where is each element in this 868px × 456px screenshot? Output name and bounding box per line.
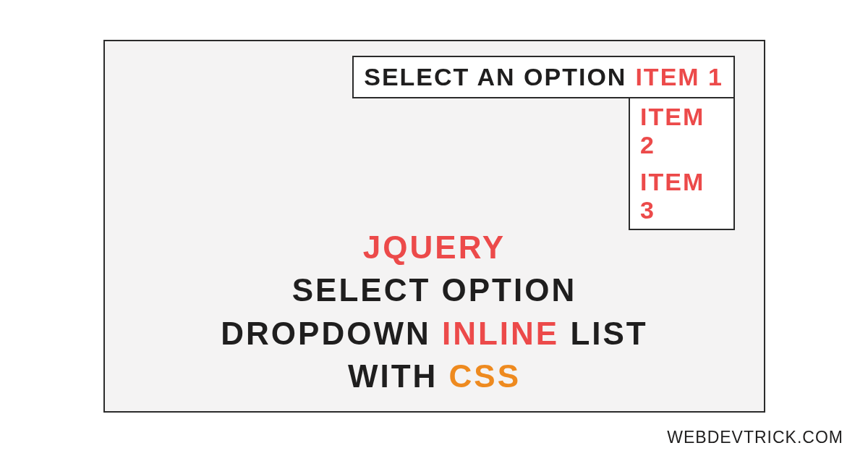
title-word-jquery: JQUERY bbox=[363, 229, 506, 265]
title-word-dropdown: DROPDOWN bbox=[221, 316, 430, 351]
dropdown-option[interactable]: ITEM 3 bbox=[630, 164, 733, 229]
watermark: WEBDEVTRICK.COM bbox=[667, 428, 843, 447]
dropdown-options-list: ITEM 2 ITEM 3 bbox=[629, 98, 735, 230]
dropdown-label: SELECT AN OPTION bbox=[364, 63, 626, 91]
title-word-css: CSS bbox=[449, 358, 521, 394]
title-word-with: WITH bbox=[348, 358, 438, 394]
dropdown-wrapper: SELECT AN OPTION ITEM 1 ITEM 2 ITEM 3 bbox=[352, 56, 735, 230]
title-block: JQUERY SELECT OPTION DROPDOWN INLINE LIS… bbox=[105, 226, 764, 398]
dropdown-option[interactable]: ITEM 2 bbox=[630, 98, 733, 164]
dropdown-select[interactable]: SELECT AN OPTION ITEM 1 bbox=[352, 56, 735, 98]
main-panel: SELECT AN OPTION ITEM 1 ITEM 2 ITEM 3 JQ… bbox=[103, 40, 765, 413]
title-word-inline: INLINE bbox=[442, 316, 559, 351]
dropdown-selected-value: ITEM 1 bbox=[635, 63, 723, 91]
title-word-select-option: SELECT OPTION bbox=[292, 272, 576, 308]
title-word-list: LIST bbox=[570, 316, 647, 351]
